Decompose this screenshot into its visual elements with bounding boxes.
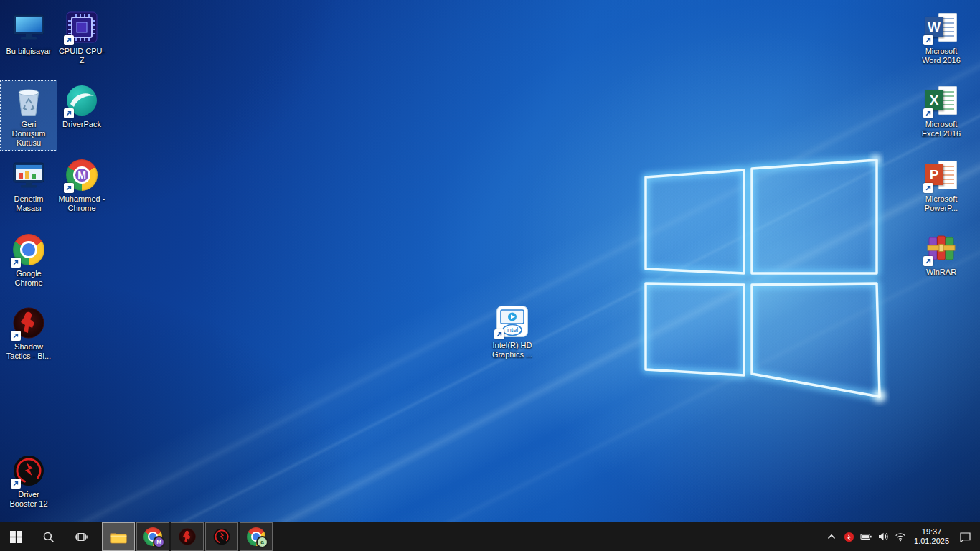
desktop-icon-excel[interactable]: X Microsoft Excel 2016 xyxy=(913,80,970,141)
search-icon xyxy=(42,531,55,543)
desktop-icon-label: Geri Dönüşüm Kutusu xyxy=(4,120,53,148)
network-wifi-icon[interactable] xyxy=(892,522,909,551)
powerpoint-letter: P xyxy=(925,164,943,185)
chrome-icon xyxy=(11,232,46,267)
shortcut-arrow-icon xyxy=(11,479,21,489)
desktop-icon-google-chrome[interactable]: Google Chrome xyxy=(0,230,57,291)
desktop-icon-powerpoint[interactable]: P Microsoft PowerP... xyxy=(913,155,970,216)
shortcut-arrow-icon xyxy=(923,35,933,45)
chrome-profile-badge: M xyxy=(153,536,165,548)
shortcut-arrow-icon xyxy=(11,331,21,341)
chrome-icon: a xyxy=(247,527,265,546)
profile-letter-badge: M xyxy=(75,169,88,182)
winrar-books-icon xyxy=(924,231,958,265)
shadow-tactics-icon xyxy=(178,527,197,546)
hidden-icons-chevron-icon[interactable] xyxy=(823,522,840,551)
intel-graphics-icon: intel xyxy=(495,304,529,339)
desktop-icon-label: Microsoft PowerP... xyxy=(917,194,966,213)
shortcut-arrow-icon xyxy=(11,258,21,268)
clock[interactable]: 19:37 1.01.2025 xyxy=(909,522,954,551)
desktop-icon-label: Intel(R) HD Graphics ... xyxy=(488,341,537,359)
system-tray: 19:37 1.01.2025 xyxy=(823,522,980,551)
search-button[interactable] xyxy=(32,522,65,551)
taskbar-app-chrome[interactable]: a xyxy=(240,522,273,551)
desktop-icon-label: WinRAR xyxy=(926,268,956,277)
powerpoint-icon: P xyxy=(924,158,958,192)
svg-text:intel: intel xyxy=(507,326,519,334)
windows-start-icon xyxy=(10,531,22,543)
shortcut-arrow-icon xyxy=(64,183,74,193)
control-panel-monitor-icon xyxy=(11,158,46,192)
desktop-icon-label: Microsoft Excel 2016 xyxy=(917,120,966,138)
clock-date: 1.01.2025 xyxy=(914,537,949,546)
driver-booster-rocket-icon xyxy=(11,453,46,488)
shadow-tactics-samurai-icon xyxy=(11,306,46,340)
chrome-icon: M xyxy=(143,527,162,546)
file-explorer-folder-icon xyxy=(110,529,128,545)
cpu-chip-icon xyxy=(65,10,99,44)
desktop-icon-label: DriverPack xyxy=(62,120,101,129)
driver-booster-icon xyxy=(212,527,231,546)
excel-icon: X xyxy=(924,83,958,118)
windows-logo xyxy=(624,147,897,413)
desktop-icon-control-panel[interactable]: Denetim Masası xyxy=(0,155,57,216)
desktop-icon-label: Bu bilgisayar xyxy=(6,47,52,56)
desktop-icon-label: Muhammed - Chrome xyxy=(57,194,106,213)
excel-letter: X xyxy=(925,90,943,110)
taskbar-apps: M a xyxy=(102,522,274,551)
task-view-button[interactable] xyxy=(65,522,97,551)
shortcut-arrow-icon xyxy=(494,329,504,339)
desktop-icon-label: Google Chrome xyxy=(4,269,53,288)
shortcut-arrow-icon xyxy=(923,183,933,193)
start-button[interactable] xyxy=(0,522,32,551)
desktop-icon-intel-hd-graphics[interactable]: intel Intel(R) HD Graphics ... xyxy=(484,301,541,362)
shortcut-arrow-icon xyxy=(64,108,74,118)
desktop-icon-label: Shadow Tactics - Bl... xyxy=(4,342,53,361)
show-desktop-button[interactable] xyxy=(976,522,980,551)
taskbar-app-file-explorer[interactable] xyxy=(102,522,135,551)
battery-icon[interactable] xyxy=(857,522,875,551)
taskbar-app-chrome-muhammed[interactable]: M xyxy=(136,522,169,551)
desktop-icon-this-pc[interactable]: Bu bilgisayar xyxy=(0,7,57,59)
desktop-icon-label: Denetim Masası xyxy=(4,194,53,213)
word-icon: W xyxy=(924,10,958,44)
taskbar-app-driver-booster[interactable] xyxy=(205,522,238,551)
desktop-icon-label: Microsoft Word 2016 xyxy=(917,47,966,65)
desktop[interactable]: Bu bilgisayar CPUID CPU-Z xyxy=(0,0,980,522)
shortcut-arrow-icon xyxy=(923,256,933,266)
volume-icon[interactable] xyxy=(875,522,892,551)
driver-booster-tray-icon[interactable] xyxy=(840,522,857,551)
driverpack-swoosh-icon xyxy=(65,83,99,118)
word-letter: W xyxy=(925,17,943,37)
desktop-icon-winrar[interactable]: WinRAR xyxy=(913,228,970,280)
chrome-profile-badge: a xyxy=(256,536,268,548)
desktop-icon-muhammed-chrome[interactable]: M Muhammed - Chrome xyxy=(53,155,110,216)
shortcut-arrow-icon xyxy=(64,35,74,45)
desktop-icon-label: CPUID CPU-Z xyxy=(57,47,106,65)
taskbar: M a xyxy=(0,522,980,551)
this-pc-monitor-icon xyxy=(11,10,46,44)
shortcut-arrow-icon xyxy=(923,108,933,118)
task-view-icon xyxy=(75,531,88,543)
taskbar-app-shadow-tactics[interactable] xyxy=(171,522,204,551)
desktop-icon-word[interactable]: W Microsoft Word 2016 xyxy=(913,7,970,68)
desktop-icon-driver-booster[interactable]: Driver Booster 12 xyxy=(0,451,57,512)
recycle-bin-icon xyxy=(11,83,46,118)
chrome-profile-icon: M xyxy=(65,158,99,192)
desktop-icon-shadow-tactics[interactable]: Shadow Tactics - Bl... xyxy=(0,303,57,364)
desktop-icon-cpuz[interactable]: CPUID CPU-Z xyxy=(53,7,110,68)
desktop-icon-label: Driver Booster 12 xyxy=(4,490,53,509)
desktop-icon-driverpack[interactable]: DriverPack xyxy=(53,80,110,132)
action-center-button[interactable] xyxy=(954,522,976,551)
desktop-icon-recycle-bin[interactable]: Geri Dönüşüm Kutusu xyxy=(0,80,57,151)
clock-time: 19:37 xyxy=(922,527,942,537)
action-center-icon xyxy=(959,532,971,542)
